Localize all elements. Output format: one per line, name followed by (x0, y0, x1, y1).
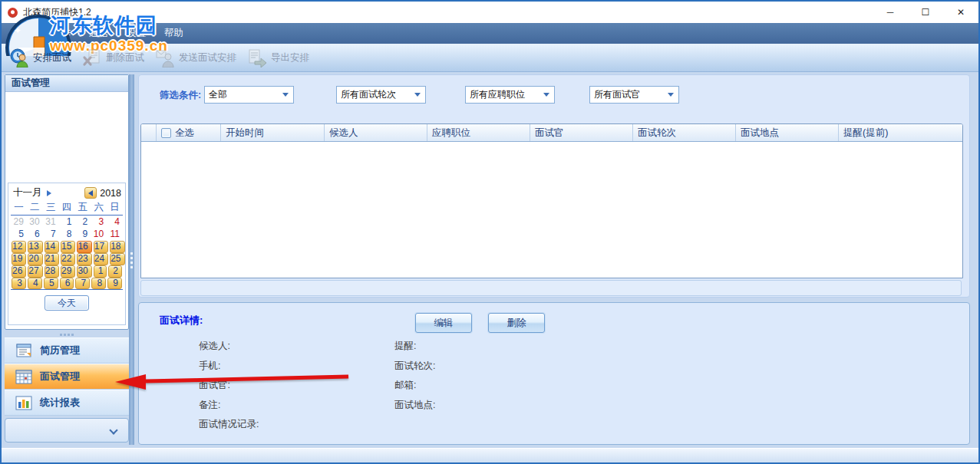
grid-body[interactable] (141, 142, 962, 278)
menu-item-3[interactable]: 设置 (124, 25, 149, 41)
calendar-day[interactable]: 3 (91, 216, 107, 229)
schedule-interview-button[interactable]: 安排面试 (5, 45, 78, 70)
sidebar-splitter[interactable] (129, 74, 134, 445)
sidebar: 面试管理 十一月 2018 一二三四五六日 293031123456789101… (5, 74, 129, 445)
grid-scrollbar-area[interactable] (140, 280, 962, 296)
calendar-day[interactable]: 1 (94, 265, 107, 278)
menu-item-2[interactable]: 通信 (86, 25, 111, 41)
column-header-1[interactable]: 候选人 (325, 124, 427, 141)
send-interview-button: 发送面试安排 (151, 45, 243, 70)
select-all-column[interactable]: 全选 (157, 124, 221, 141)
calendar-day[interactable]: 4 (107, 216, 123, 229)
calendar-day[interactable]: 6 (60, 278, 74, 289)
bar-chart-icon (15, 396, 32, 410)
calendar-day[interactable]: 9 (107, 278, 122, 289)
calendar-day[interactable]: 24 (94, 253, 108, 265)
calendar-day[interactable]: 9 (74, 229, 91, 241)
calendar-day[interactable]: 25 (110, 253, 124, 265)
calendar-day[interactable]: 5 (11, 229, 27, 241)
edit-button[interactable]: 编辑 (415, 313, 472, 333)
delete-button[interactable]: 删除 (488, 313, 545, 333)
column-header-5[interactable]: 面试地点 (736, 124, 839, 141)
calendar-day[interactable]: 29 (61, 265, 75, 278)
chevron-down-icon[interactable] (111, 427, 117, 434)
column-header-0[interactable]: 开始时间 (221, 124, 325, 141)
calendar-day[interactable]: 11 (107, 229, 123, 241)
calendar-day[interactable]: 7 (43, 229, 59, 241)
arrow-left-icon (88, 190, 93, 196)
calendar-week-row: 262728293012 (11, 265, 123, 278)
close-button[interactable]: ✕ (943, 2, 978, 23)
minimize-button[interactable]: ─ (873, 2, 908, 23)
calendar-day[interactable]: 18 (110, 241, 124, 253)
detail-field-label: 备注: (199, 399, 259, 419)
sidebar-item-label: 面试管理 (40, 370, 80, 383)
calendar-day[interactable]: 10 (91, 229, 107, 241)
calendar-day[interactable]: 26 (12, 265, 26, 278)
menu-item-1[interactable]: 操作 (48, 25, 74, 41)
row-indicator-column (141, 124, 157, 141)
calendar-day[interactable]: 2 (74, 216, 91, 229)
export-schedule-button: 导出安排 (243, 45, 316, 70)
calendar-day[interactable]: 5 (44, 278, 58, 289)
interview-grid: 全选 开始时间候选人应聘职位面试官面试轮次面试地点提醒(提前) (140, 123, 963, 278)
calendar-day[interactable]: 13 (28, 241, 42, 253)
filter-dropdown-interviewer[interactable]: 所有面试官 (589, 86, 679, 104)
calendar-day[interactable]: 22 (61, 253, 75, 265)
calendar-day[interactable]: 17 (94, 241, 108, 253)
filter-dropdown-scope[interactable]: 全部 (204, 86, 294, 104)
calendar-day[interactable]: 30 (27, 216, 43, 229)
app-icon (8, 8, 18, 18)
select-all-checkbox[interactable] (161, 128, 171, 138)
menu-item-0[interactable]: 文件 (11, 25, 36, 41)
calendar-day[interactable]: 16 (77, 241, 91, 253)
calendar-day[interactable]: 7 (75, 278, 90, 289)
calendar-day[interactable]: 6 (27, 229, 43, 241)
calendar-day[interactable]: 15 (61, 241, 75, 253)
calendar-day[interactable]: 4 (28, 278, 42, 289)
sidebar-item-statistics-report[interactable]: 统计报表 (5, 390, 129, 416)
calendar-day[interactable]: 8 (59, 229, 75, 241)
calendar-day[interactable]: 2 (108, 265, 122, 278)
sidebar-collapse-panel[interactable] (5, 418, 129, 443)
calendar-day[interactable]: 1 (59, 216, 75, 229)
filter-label: 筛选条件: (160, 89, 201, 102)
maximize-button[interactable]: ☐ (908, 2, 943, 23)
calendar-day[interactable]: 23 (77, 253, 91, 265)
sidebar-item-interview-management[interactable]: 面试管理 (5, 364, 129, 390)
calendar-week-row: 19202122232425 (11, 253, 123, 265)
calendar-day[interactable]: 20 (28, 253, 42, 265)
send-interview-icon (155, 48, 175, 67)
calendar-day[interactable]: 29 (11, 216, 27, 229)
schedule-interview-icon (9, 48, 29, 67)
calendar-day[interactable]: 28 (45, 265, 59, 278)
calendar-day[interactable]: 27 (28, 265, 42, 278)
column-header-2[interactable]: 应聘职位 (427, 124, 530, 141)
calendar-day[interactable]: 31 (43, 216, 59, 229)
calendar-grid-icon (15, 370, 32, 384)
filter-dropdown-position[interactable]: 所有应聘职位 (465, 86, 555, 104)
calendar-day[interactable]: 21 (45, 253, 59, 265)
column-header-6[interactable]: 提醒(提前) (839, 124, 963, 141)
calendar-day[interactable]: 12 (12, 241, 26, 253)
filter-dropdown-round[interactable]: 所有面试轮次 (336, 86, 426, 104)
calendar-weekday: 三 (43, 201, 59, 214)
today-button[interactable]: 今天 (45, 295, 89, 311)
prev-year-button[interactable] (84, 187, 97, 199)
calendar-day[interactable]: 3 (12, 278, 26, 289)
sidebar-grip-handle[interactable] (5, 331, 129, 337)
calendar-year-label[interactable]: 2018 (100, 188, 121, 199)
column-header-4[interactable]: 面试轮次 (633, 124, 736, 141)
column-header-3[interactable]: 面试官 (530, 124, 633, 141)
calendar-month-label[interactable]: 十一月 (13, 186, 42, 199)
sidebar-item-resume-management[interactable]: 简历管理 (5, 337, 129, 364)
detail-panel-title: 面试详情: (160, 314, 203, 327)
calendar-day[interactable]: 30 (77, 265, 91, 278)
title-bar: 北森简历捕快1.2 ─ ☐ ✕ (2, 2, 978, 23)
next-month-icon[interactable] (47, 190, 51, 196)
menu-item-4[interactable]: 帮助 (161, 25, 186, 41)
calendar-day[interactable]: 14 (45, 241, 59, 253)
calendar-day[interactable]: 8 (91, 278, 106, 289)
calendar-day[interactable]: 19 (12, 253, 26, 265)
calendar-grid: 2930311234567891011121314151617181920212… (11, 216, 123, 290)
